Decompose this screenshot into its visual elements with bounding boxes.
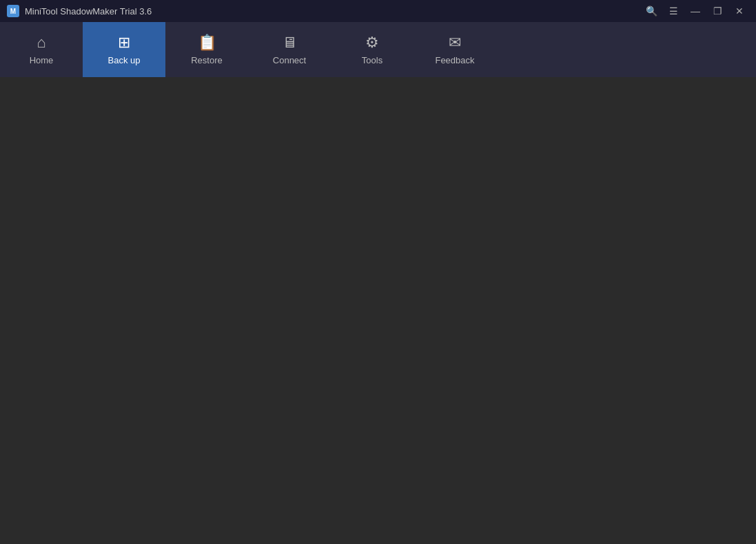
app-icon: M: [7, 5, 19, 17]
nav-item-restore[interactable]: 📋 Restore: [165, 22, 248, 77]
close-btn[interactable]: ✕: [730, 3, 749, 19]
nav-label-backup: Back up: [108, 55, 141, 65]
connect-icon: 🖥: [282, 34, 297, 52]
backup-icon: ⊞: [118, 34, 130, 52]
nav-label-settings: Tools: [362, 55, 382, 65]
nav-item-backup[interactable]: ⊞ Back up: [83, 22, 165, 77]
title-bar-controls: 🔍 ☰ — ❐ ✕: [642, 3, 749, 19]
nav-label-connect: Connect: [273, 55, 306, 65]
search-btn[interactable]: 🔍: [642, 3, 661, 19]
restore-icon: 📋: [198, 34, 216, 52]
settings-icon: ⚙: [365, 34, 379, 52]
nav-bar: ⌂ Home ⊞ Back up 📋 Restore 🖥 Connect ⚙ T…: [0, 22, 756, 77]
nav-label-feedback: Feedback: [435, 55, 474, 65]
nav-item-home[interactable]: ⌂ Home: [0, 22, 83, 77]
title-bar-left: M MiniTool ShadowMaker Trial 3.6: [7, 5, 152, 17]
menu-btn[interactable]: ☰: [664, 3, 683, 19]
nav-item-connect[interactable]: 🖥 Connect: [248, 22, 331, 77]
nav-label-home: Home: [30, 55, 54, 65]
home-icon: ⌂: [37, 34, 45, 52]
restore-btn[interactable]: ❐: [708, 3, 727, 19]
title-bar: M MiniTool ShadowMaker Trial 3.6 🔍 ☰ — ❐…: [0, 0, 756, 22]
nav-item-settings[interactable]: ⚙ Tools: [331, 22, 413, 77]
nav-item-feedback[interactable]: ✉ Feedback: [413, 22, 496, 77]
app-title: MiniTool ShadowMaker Trial 3.6: [25, 6, 152, 17]
nav-label-restore: Restore: [191, 55, 223, 65]
feedback-icon: ✉: [449, 34, 461, 52]
minimize-btn[interactable]: —: [686, 3, 705, 19]
